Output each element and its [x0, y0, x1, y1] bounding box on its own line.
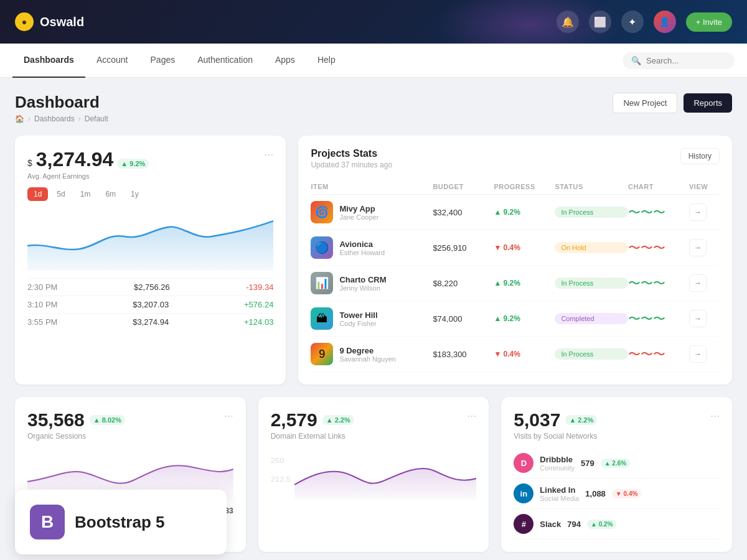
display-icon[interactable]: ⬜: [589, 11, 611, 33]
share-icon[interactable]: ✦: [621, 11, 644, 33]
view-btn-9degree[interactable]: →: [689, 345, 707, 363]
search-input[interactable]: [646, 56, 726, 65]
domain-badge: ▲ 2.2%: [322, 415, 354, 425]
nav-item-apps[interactable]: Apps: [264, 44, 306, 78]
social-value: 5,037: [514, 409, 560, 431]
bootstrap-icon: B: [30, 505, 65, 539]
secondary-nav: Dashboards Account Pages Authentication …: [0, 44, 747, 78]
cards-row-1: ··· $ 3,274.94 ▲ 9.2% Avg. Agent Earning…: [15, 136, 732, 385]
nav-item-authentication[interactable]: Authentication: [186, 44, 264, 78]
slack-icon: #: [514, 514, 533, 534]
nav-item-account[interactable]: Account: [85, 44, 139, 78]
invite-button[interactable]: + Invite: [686, 12, 732, 32]
dribbble-icon: D: [514, 453, 533, 473]
history-button[interactable]: History: [680, 148, 720, 164]
domain-label: Domain External Links: [271, 432, 477, 441]
breadcrumb-default: Default: [85, 114, 108, 123]
status-badge: In Process: [555, 207, 628, 218]
nav-item-help[interactable]: Help: [306, 44, 347, 78]
reports-button[interactable]: Reports: [684, 93, 732, 113]
nav-item-dashboards[interactable]: Dashboards: [12, 44, 85, 78]
more-options-icon-3[interactable]: ···: [467, 409, 476, 422]
logo-text: Oswald: [40, 15, 84, 29]
breadcrumb: 🏠 › Dashboards › Default: [15, 114, 108, 123]
svg-text:212.5: 212.5: [271, 476, 291, 482]
social-networks-card: ··· 5,037 ▲ 2.2% Visits by Social Networ…: [501, 397, 732, 552]
domain-value: 2,579: [271, 409, 317, 431]
logo-area: ● Oswald: [15, 12, 557, 31]
table-row: 🌀 Mivy App Jane Cooper $32,400 ▲ 9.2% In…: [311, 195, 720, 230]
search-icon: 🔍: [631, 56, 641, 65]
header-buttons: New Project Reports: [613, 93, 732, 113]
social-list: D Dribbble Community 579 ▲ 2.6% in Linke…: [514, 448, 720, 539]
col-progress: PROGRESS: [494, 183, 555, 190]
notifications-icon[interactable]: 🔔: [557, 11, 579, 33]
project-icon-mivy: 🌀: [311, 201, 333, 223]
project-icon-avionica: 🔵: [311, 236, 333, 259]
table-row: 9 9 Degree Savannah Nguyen $183,300 ▼ 0.…: [311, 337, 720, 372]
table-header: ITEM BUDGET PROGRESS STATUS CHART VIEW: [311, 179, 720, 195]
domain-links-card: ··· 2,579 ▲ 2.2% Domain External Links 2…: [258, 397, 489, 552]
breadcrumb-dashboards: Dashboards: [34, 114, 75, 123]
page-header: Dashboard 🏠 › Dashboards › Default New P…: [15, 93, 732, 123]
projects-header: Projects Stats Updated 37 minutes ago Hi…: [311, 148, 720, 169]
organic-value: 35,568: [27, 409, 85, 431]
currency-symbol: $: [27, 158, 32, 168]
social-badge: ▲ 2.2%: [565, 415, 597, 425]
status-badge-inprocess: In Process: [555, 278, 628, 289]
more-options-icon-4[interactable]: ···: [710, 409, 720, 422]
col-chart: CHART: [628, 183, 689, 190]
view-btn-avionica[interactable]: →: [689, 239, 707, 256]
projects-title: Projects Stats: [311, 148, 392, 159]
project-icon-charto: 📊: [311, 272, 333, 294]
mini-chart-9degree: 〜〜〜: [628, 346, 689, 363]
new-project-button[interactable]: New Project: [613, 93, 677, 113]
earnings-card: ··· $ 3,274.94 ▲ 9.2% Avg. Agent Earning…: [15, 136, 286, 385]
earnings-label: Avg. Agent Earnings: [27, 172, 273, 180]
status-badge-completed: Completed: [555, 313, 628, 324]
earnings-value: 3,274.94: [36, 148, 114, 171]
col-view: VIEW: [689, 183, 720, 190]
more-options-icon-2[interactable]: ···: [224, 409, 233, 422]
col-budget: BUDGET: [433, 183, 494, 190]
table-row: 📊 Charto CRM Jenny Wilson $8,220 ▲ 9.2% …: [311, 266, 720, 301]
nav-item-pages[interactable]: Pages: [139, 44, 187, 78]
social-row-linkedin: in Linked In Social Media 1,088 ▼ 0.4%: [514, 478, 720, 509]
earnings-chart: [27, 208, 273, 271]
domain-chart: 250 212.5: [271, 450, 477, 500]
table-row: 🏔 Tower Hill Cody Fisher $74,000 ▲ 9.2% …: [311, 301, 720, 337]
social-row-dribbble: D Dribbble Community 579 ▲ 2.6%: [514, 448, 720, 478]
mini-chart-tower: 〜〜〜: [628, 310, 689, 327]
search-box: 🔍: [622, 52, 735, 69]
view-btn-charto[interactable]: →: [689, 274, 707, 292]
view-btn-tower[interactable]: →: [689, 310, 707, 327]
mini-chart-avionica: 〜〜〜: [628, 240, 689, 256]
time-filter: 1d 5d 1m 6m 1y: [27, 187, 273, 201]
mini-chart-mivy: 〜〜〜: [628, 204, 689, 221]
projects-stats-card: Projects Stats Updated 37 minutes ago Hi…: [298, 136, 732, 385]
filter-1d[interactable]: 1d: [27, 187, 48, 201]
status-badge: In Process: [555, 348, 628, 360]
earnings-amount: $ 3,274.94 ▲ 9.2%: [27, 148, 264, 171]
projects-updated: Updated 37 minutes ago: [311, 161, 392, 169]
filter-6m[interactable]: 6m: [99, 187, 122, 201]
bootstrap-text: Bootstrap 5: [75, 513, 164, 532]
view-btn-mivy[interactable]: →: [689, 203, 707, 221]
col-status: STATUS: [555, 183, 628, 190]
social-row-slack: # Slack 794 ▲ 0.2%: [514, 509, 720, 539]
project-icon-9degree: 9: [311, 343, 333, 365]
page-title: Dashboard: [15, 93, 108, 112]
status-badge: On Hold: [555, 242, 628, 253]
social-label: Visits by Social Networks: [514, 432, 720, 441]
breadcrumb-home-icon: 🏠: [15, 114, 24, 123]
filter-5d[interactable]: 5d: [50, 187, 71, 201]
mini-chart-charto: 〜〜〜: [628, 275, 689, 292]
earnings-chart-svg: [27, 208, 273, 271]
stat-row-3: 3:55 PM $3,274.94 +124.03: [27, 313, 273, 330]
avatar[interactable]: 👤: [654, 11, 676, 33]
more-options-icon[interactable]: ···: [264, 148, 273, 161]
organic-label: Organic Sessions: [27, 432, 233, 441]
filter-1m[interactable]: 1m: [74, 187, 97, 201]
earnings-badge: ▲ 9.2%: [117, 159, 149, 169]
filter-1y[interactable]: 1y: [125, 187, 145, 201]
